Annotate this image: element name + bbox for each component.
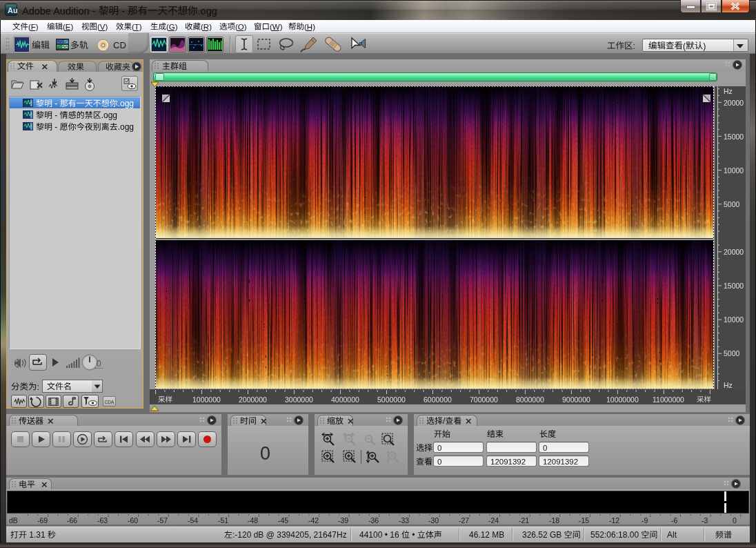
svg-text:-: -: [52, 110, 60, 120]
svg-text:(V): (V): [97, 23, 108, 31]
svg-text:0: 0: [97, 359, 101, 369]
svg-text:-42: -42: [308, 516, 319, 524]
svg-text:44100 • 16: 44100 • 16: [359, 530, 401, 540]
svg-text::: :: [633, 41, 635, 50]
svg-text:/: /: [443, 416, 446, 426]
svg-text:9000000: 9000000: [562, 395, 590, 403]
svg-text:.ogg: .ogg: [101, 110, 117, 120]
svg-text:Hz: Hz: [724, 380, 733, 389]
svg-text:Alt: Alt: [667, 530, 677, 540]
svg-text:): ): [703, 41, 706, 50]
svg-text:12091392: 12091392: [543, 458, 578, 466]
svg-text:(W): (W): [270, 23, 283, 31]
svg-text:6000000: 6000000: [424, 395, 452, 403]
svg-text:-12: -12: [609, 516, 619, 524]
svg-text:.ogg: .ogg: [118, 122, 134, 132]
svg-text:-27: -27: [459, 516, 469, 524]
svg-text:(G): (G): [166, 23, 178, 31]
svg-text:(T): (T): [132, 23, 142, 31]
svg-text:1000000: 1000000: [192, 395, 221, 403]
svg-text:-33: -33: [399, 516, 409, 524]
svg-text:552:06:18.00: 552:06:18.00: [590, 530, 641, 540]
svg-text:(E): (E): [63, 23, 74, 31]
svg-text:-54: -54: [188, 516, 198, 524]
svg-text:4000000: 4000000: [331, 395, 359, 403]
svg-text:326.52 GB: 326.52 GB: [522, 530, 564, 540]
svg-text:0: 0: [437, 458, 441, 466]
svg-text:(H): (H): [304, 23, 315, 31]
svg-text:-39: -39: [338, 516, 348, 524]
svg-text:-66: -66: [67, 516, 77, 524]
svg-text:.ogg: .ogg: [118, 99, 134, 108]
svg-text::-120 dB @ 3394205, 21647Hz: :-120 dB @ 3394205, 21647Hz: [232, 530, 347, 540]
svg-text:5000: 5000: [724, 349, 740, 357]
svg-text:-: -: [52, 122, 60, 132]
svg-text:3000000: 3000000: [285, 395, 313, 403]
svg-text:5000: 5000: [724, 199, 740, 208]
svg-text:2000000: 2000000: [239, 395, 267, 403]
svg-text:-69: -69: [37, 516, 48, 524]
svg-text:15000: 15000: [724, 132, 744, 140]
svg-text:-21: -21: [519, 516, 529, 524]
svg-text:-36: -36: [368, 516, 379, 524]
svg-text:(R): (R): [201, 23, 212, 31]
svg-text:Adobe Audition -: Adobe Audition -: [22, 6, 98, 17]
svg-text:-51: -51: [218, 516, 228, 524]
svg-text:•: •: [410, 530, 417, 540]
svg-text:-24: -24: [488, 516, 499, 524]
svg-text:-48: -48: [248, 516, 258, 524]
svg-text:10000: 10000: [724, 315, 744, 323]
svg-text:(F): (F): [28, 23, 39, 31]
svg-text:Au: Au: [8, 6, 18, 14]
svg-text:15000: 15000: [724, 281, 744, 289]
svg-text:11000000: 11000000: [653, 395, 684, 403]
svg-text:Hz: Hz: [724, 87, 733, 95]
svg-text:0: 0: [437, 444, 441, 452]
svg-text:-63: -63: [97, 516, 108, 524]
svg-text:10000: 10000: [724, 166, 744, 174]
svg-text:8000000: 8000000: [516, 395, 544, 403]
svg-text:1.31: 1.31: [27, 530, 48, 540]
svg-text:(O): (O): [235, 23, 247, 31]
svg-text:0: 0: [543, 444, 547, 452]
svg-text:20000: 20000: [724, 98, 744, 106]
svg-text:-6: -6: [671, 516, 677, 524]
svg-text:0: 0: [733, 516, 737, 524]
svg-text:46.12 MB: 46.12 MB: [469, 530, 504, 540]
svg-text:20000: 20000: [724, 247, 744, 255]
svg-text::: :: [37, 382, 39, 391]
svg-text:CD: CD: [113, 40, 126, 50]
svg-text:.ogg: .ogg: [198, 6, 217, 17]
svg-text:dB: dB: [9, 516, 18, 524]
svg-text:-: -: [119, 6, 128, 17]
svg-text:7000000: 7000000: [470, 395, 498, 403]
svg-text:5000000: 5000000: [377, 395, 406, 403]
svg-text:-: -: [52, 99, 60, 108]
svg-text:-30: -30: [428, 516, 439, 524]
svg-text:10000000: 10000000: [606, 395, 639, 403]
svg-text:-9: -9: [641, 516, 648, 524]
svg-text:12091392: 12091392: [490, 458, 526, 466]
svg-text:CDA: CDA: [105, 400, 115, 404]
svg-text:-57: -57: [157, 516, 168, 524]
svg-text:-60: -60: [128, 516, 138, 524]
svg-text:-18: -18: [549, 516, 559, 524]
svg-text:-3: -3: [702, 516, 708, 524]
svg-text:(: (: [683, 41, 686, 50]
svg-text:-15: -15: [579, 516, 589, 524]
svg-text:0: 0: [260, 443, 270, 464]
svg-text:-45: -45: [278, 516, 288, 524]
